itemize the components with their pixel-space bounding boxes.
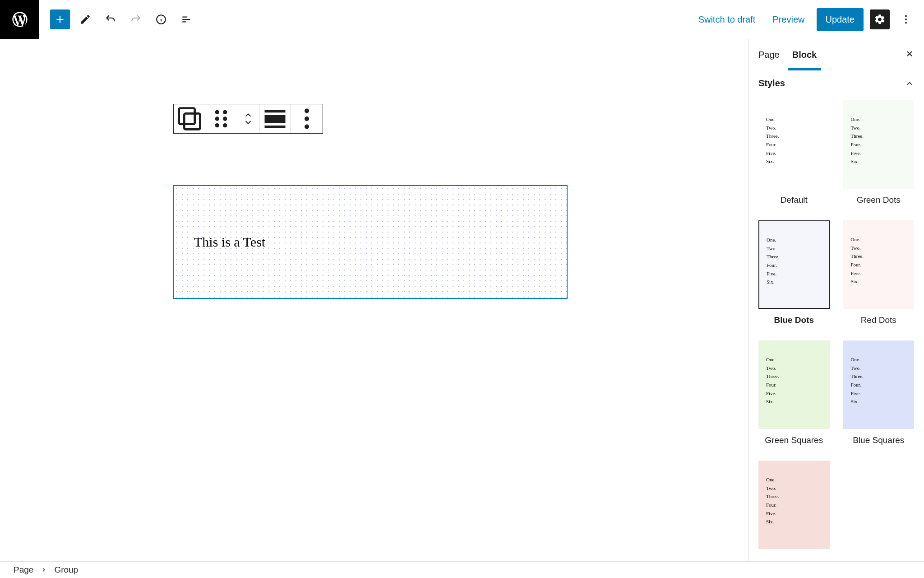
- style-label: Red Dots: [843, 309, 915, 340]
- style-label: Default: [758, 189, 830, 220]
- tools-button[interactable]: [75, 9, 95, 29]
- settings-sidebar: Page Block Styles One.Two.Three.Four.Fiv…: [748, 39, 924, 561]
- svg-point-8: [215, 117, 219, 121]
- svg-point-9: [223, 117, 227, 121]
- style-label: [758, 549, 830, 561]
- style-red-squares[interactable]: One.Two.Three.Four.Five.Six.: [758, 461, 830, 561]
- close-sidebar-button[interactable]: [905, 49, 914, 61]
- header-left: [0, 0, 196, 39]
- style-label: Green Dots: [843, 189, 915, 220]
- details-button[interactable]: [151, 9, 171, 29]
- block-breadcrumb: Page Group: [0, 561, 924, 578]
- preview-button[interactable]: Preview: [767, 10, 810, 29]
- style-green-squares[interactable]: One.Two.Three.Four.Five.Six. Green Squar…: [758, 340, 830, 461]
- style-preview: One.Two.Three.Four.Five.Six.: [843, 100, 915, 189]
- breadcrumb-root[interactable]: Page: [14, 565, 33, 575]
- block-options-button[interactable]: [291, 104, 323, 133]
- editor-canvas[interactable]: This is a Test: [0, 39, 748, 561]
- svg-point-13: [305, 109, 309, 113]
- svg-point-7: [223, 110, 227, 114]
- svg-point-15: [305, 125, 309, 129]
- svg-point-11: [223, 123, 227, 127]
- svg-point-6: [215, 110, 219, 114]
- redo-button: [126, 9, 146, 29]
- style-default[interactable]: One.Two.Three.Four.Five.Six. Default: [758, 100, 830, 220]
- sidebar-tabs: Page Block: [748, 39, 924, 70]
- switch-to-draft-button[interactable]: Switch to draft: [693, 10, 761, 29]
- drag-handle[interactable]: [205, 104, 237, 133]
- wordpress-logo[interactable]: [0, 0, 39, 39]
- style-blue-squares[interactable]: One.Two.Three.Four.Five.Six. Blue Square…: [843, 340, 915, 461]
- chevron-right-icon: [41, 567, 47, 573]
- move-up-button[interactable]: [243, 112, 253, 119]
- svg-point-2: [905, 19, 907, 20]
- styles-panel-title: Styles: [758, 78, 785, 89]
- update-button[interactable]: Update: [817, 8, 864, 31]
- block-content-text: This is a Test: [194, 234, 265, 250]
- style-red-dots[interactable]: One.Two.Three.Four.Five.Six. Red Dots: [843, 220, 915, 340]
- style-preview: One.Two.Three.Four.Five.Six.: [843, 220, 915, 309]
- tab-block[interactable]: Block: [792, 39, 817, 70]
- style-green-dots[interactable]: One.Two.Three.Four.Five.Six. Green Dots: [843, 100, 915, 220]
- style-preview: One.Two.Three.Four.Five.Six.: [758, 340, 830, 429]
- styles-panel-header[interactable]: Styles: [748, 70, 924, 97]
- style-label: Blue Squares: [843, 429, 915, 461]
- block-type-button[interactable]: [174, 104, 205, 133]
- style-preview: One.Two.Three.Four.Five.Six.: [758, 100, 830, 189]
- options-button[interactable]: [896, 9, 916, 29]
- style-blue-dots[interactable]: One.Two.Three.Four.Five.Six. Blue Dots: [758, 220, 830, 340]
- svg-point-14: [305, 117, 309, 121]
- svg-point-1: [905, 15, 907, 17]
- block-toolbar: [173, 104, 323, 134]
- chevron-up-icon: [905, 79, 914, 88]
- align-button[interactable]: [259, 104, 291, 133]
- undo-button[interactable]: [101, 9, 120, 29]
- svg-rect-5: [184, 113, 200, 129]
- svg-rect-12: [265, 115, 286, 122]
- block-movers: [237, 104, 259, 133]
- style-preview: One.Two.Three.Four.Five.Six.: [843, 340, 915, 429]
- style-preview: One.Two.Three.Four.Five.Six.: [758, 220, 830, 309]
- style-label: Blue Dots: [758, 309, 830, 340]
- header-right: Switch to draft Preview Update: [693, 8, 924, 31]
- editor-header: Switch to draft Preview Update: [0, 0, 924, 39]
- svg-rect-4: [179, 108, 195, 124]
- svg-point-10: [215, 123, 219, 127]
- styles-grid: One.Two.Three.Four.Five.Six. Default One…: [748, 97, 924, 561]
- add-block-button[interactable]: [50, 9, 70, 29]
- group-block-selected[interactable]: This is a Test: [173, 185, 568, 299]
- settings-button[interactable]: [870, 9, 890, 29]
- outline-button[interactable]: [176, 9, 196, 29]
- move-down-button[interactable]: [243, 119, 253, 126]
- style-preview: One.Two.Three.Four.Five.Six.: [758, 461, 830, 549]
- style-label: Green Squares: [758, 429, 830, 461]
- svg-point-3: [905, 22, 907, 24]
- breadcrumb-child[interactable]: Group: [54, 565, 78, 575]
- tab-page[interactable]: Page: [758, 39, 780, 70]
